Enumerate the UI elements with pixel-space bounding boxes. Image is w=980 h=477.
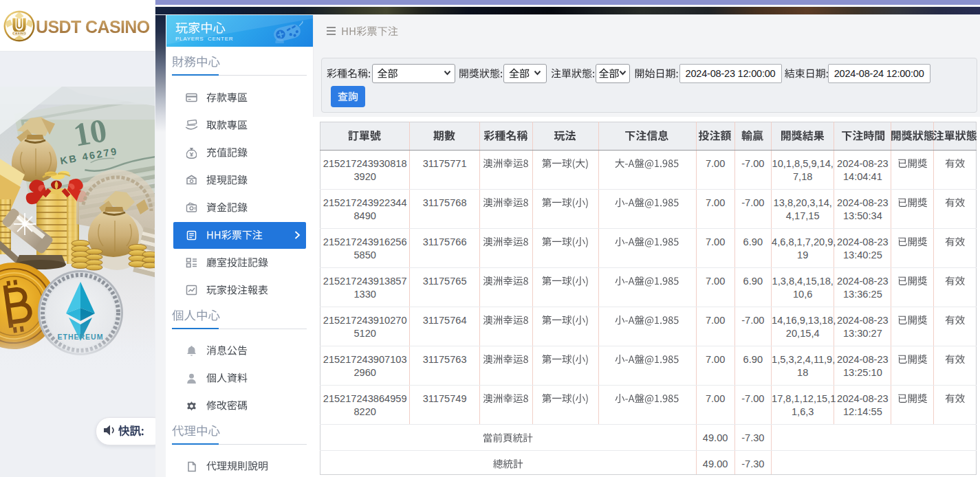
svg-text:CASINO: CASINO <box>13 32 26 35</box>
